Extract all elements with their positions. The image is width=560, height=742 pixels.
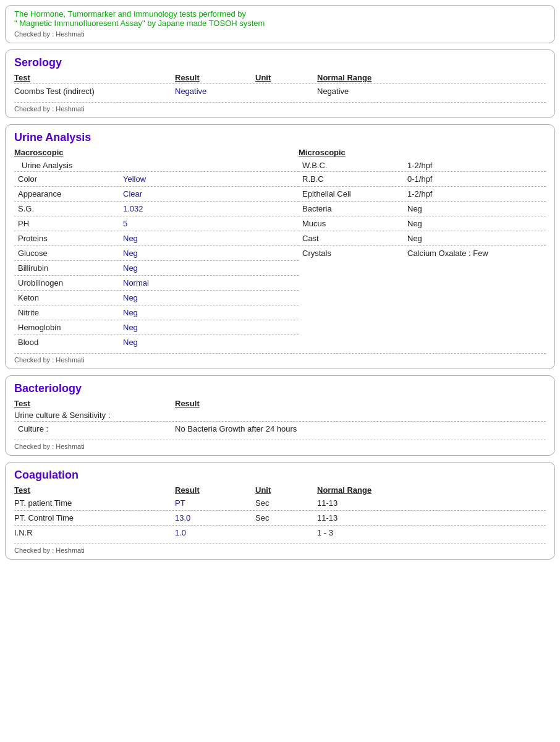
micro-row-0-value: 0-1/hpf (407, 174, 432, 184)
macro-row-0-value: Yellow (123, 174, 146, 184)
macro-row-9-value: Neg (123, 308, 138, 317)
serology-row-0-result: Negative (175, 87, 255, 96)
urine-intro-right: W.B.C. 1-2/hpf (302, 161, 546, 170)
macro-row-1: AppearanceClear (14, 186, 299, 201)
coag-intro-result: PT (175, 498, 255, 508)
urine-analysis-section: Urine Analysis Macroscopic Microscopic U… (5, 124, 555, 369)
macro-row-11-label: Blood (18, 338, 123, 347)
macro-row-3-label: PH (18, 219, 123, 228)
coag-header-unit: Unit (255, 485, 317, 495)
macro-row-6-value: Neg (123, 263, 138, 273)
macro-row-5-value: Neg (123, 249, 138, 258)
coag-row-1-normal: 1 - 3 (317, 528, 441, 537)
micro-row-4-value: Neg (407, 234, 422, 243)
coag-header-normal: Normal Range (317, 485, 441, 495)
macro-row-8-value: Neg (123, 293, 138, 302)
coag-row-0: PT. Control Time 13.0 Sec 11-13 (14, 510, 546, 525)
macro-row-0-label: Color (18, 174, 123, 184)
micro-row-3: MucusNeg (299, 216, 546, 231)
coag-row-0-unit: Sec (255, 513, 317, 522)
micro-row-5-label: Crystals (302, 249, 407, 258)
macro-row-9: NitriteNeg (14, 305, 299, 320)
micro-row-1-label: Epithelial Cell (302, 189, 407, 198)
macro-row-5-label: Glucose (18, 249, 123, 258)
urine-checked-by: Checked by : Heshmati (14, 353, 546, 364)
bacteriology-title: Bacteriology (14, 382, 546, 395)
macro-row-0: ColorYellow (14, 171, 299, 186)
top-note-line1: The Hormone, Tumormarker and Immunology … (14, 9, 546, 19)
micro-row-5: CrystalsCalcium Oxalate : Few (299, 245, 546, 260)
urine-rows-wrapper: ColorYellowAppearanceClearS.G.1.032PH5Pr… (14, 171, 546, 349)
macro-row-1-label: Appearance (18, 189, 123, 198)
serology-row-0-normal: Negative (317, 87, 441, 96)
macro-row-8-label: Keton (18, 293, 123, 302)
serology-header-result: Result (175, 73, 255, 82)
macro-row-10-label: Hemoglobin (18, 323, 123, 332)
serology-row-0-test: Coombs Test (indirect) (14, 87, 175, 96)
bact-row-0: Culture : No Bacteria Growth after 24 ho… (14, 421, 546, 436)
bact-header-test: Test (14, 399, 175, 408)
wbc-label: W.B.C. (302, 161, 407, 170)
micro-row-2: BacteriaNeg (299, 201, 546, 216)
coagulation-section: Coagulation Test Result Unit Normal Rang… (5, 462, 555, 560)
serology-checked-by: Checked by : Heshmati (14, 102, 546, 113)
macro-row-6-label: Billirubin (18, 263, 123, 273)
serology-header-row: Test Result Unit Normal Range (14, 73, 546, 82)
top-note-card: The Hormone, Tumormarker and Immunology … (5, 5, 555, 43)
macro-row-2-value: 1.032 (123, 204, 143, 213)
wbc-value: 1-2/hpf (407, 161, 432, 170)
macro-row-3-value: 5 (123, 219, 127, 228)
serology-header-test: Test (14, 73, 175, 82)
macro-row-2: S.G.1.032 (14, 201, 299, 216)
macro-row-7-label: Urobilinogen (18, 278, 123, 288)
bact-checked-by: Checked by : Heshmati (14, 440, 546, 450)
micro-row-3-label: Mucus (302, 219, 407, 228)
macro-row-8: KetonNeg (14, 290, 299, 305)
coag-header-row: Test Result Unit Normal Range (14, 485, 546, 495)
serology-section: Serology Test Result Unit Normal Range C… (5, 49, 555, 118)
micro-row-1: Epithelial Cell1-2/hpf (299, 186, 546, 201)
micro-row-3-value: Neg (407, 219, 422, 228)
micro-row-4-label: Cast (302, 234, 407, 243)
urine-micro-col: R.B.C0-1/hpfEpithelial Cell1-2/hpfBacter… (299, 171, 546, 349)
serology-header-normal: Normal Range (317, 73, 441, 82)
macro-row-1-value: Clear (123, 189, 142, 198)
macro-row-4-value: Neg (123, 234, 138, 243)
macro-row-6: BillirubinNeg (14, 260, 299, 275)
bacteriology-section: Bacteriology Test Result Urine culture &… (5, 375, 555, 456)
serology-header-unit: Unit (255, 73, 317, 82)
macro-title: Macroscopic (14, 148, 299, 157)
serology-title: Serology (14, 56, 546, 69)
coag-title: Coagulation (14, 469, 546, 482)
micro-row-5-value: Calcium Oxalate : Few (407, 249, 488, 258)
bact-row-0-value: No Bacteria Growth after 24 hours (175, 424, 546, 433)
micro-title: Microscopic (299, 148, 546, 157)
urine-intro-left: Urine Analysis (18, 161, 302, 170)
micro-row-2-value: Neg (407, 204, 422, 213)
bact-row-0-label: Culture : (18, 424, 175, 433)
coag-header-test: Test (14, 485, 175, 495)
coag-row-1-result: 1.0 (175, 528, 255, 537)
micro-row-4: CastNeg (299, 231, 546, 245)
micro-row-1-value: 1-2/hpf (407, 189, 432, 198)
macro-row-9-label: Nitrite (18, 308, 123, 317)
coag-checked-by: Checked by : Heshmati (14, 544, 546, 554)
macro-row-11: BloodNeg (14, 335, 299, 349)
urine-intro-row: Urine Analysis W.B.C. 1-2/hpf (14, 160, 546, 171)
macro-row-7-value: Normal (123, 278, 149, 288)
coag-row-1-test: I.N.R (14, 528, 175, 537)
top-note-line2: " Magnetic Immunofluoresent Assay" by Ja… (14, 19, 546, 28)
coag-row-0-result: 13.0 (175, 513, 255, 522)
macro-row-3: PH5 (14, 216, 299, 231)
coag-intro-normal: 11-13 (317, 498, 441, 508)
macro-row-4: ProteinsNeg (14, 231, 299, 245)
coag-header-result: Result (175, 485, 255, 495)
coag-row-0-normal: 11-13 (317, 513, 441, 522)
macro-row-10: HemoglobinNeg (14, 320, 299, 335)
coag-row-0-test: PT. Control Time (14, 513, 175, 522)
macro-row-2-label: S.G. (18, 204, 123, 213)
macro-row-4-label: Proteins (18, 234, 123, 243)
urine-title: Urine Analysis (14, 131, 546, 144)
coag-intro-row: PT. patient Time PT Sec 11-13 (14, 496, 546, 510)
coag-row-1: I.N.R 1.0 1 - 3 (14, 525, 546, 540)
